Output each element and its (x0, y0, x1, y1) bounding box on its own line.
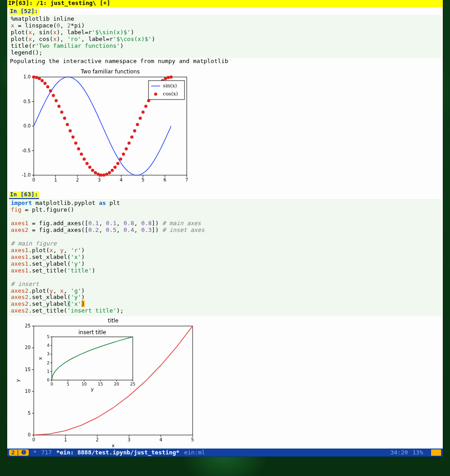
svg-point-58 (116, 162, 119, 165)
svg-rect-112 (52, 337, 133, 380)
svg-point-77 (170, 76, 173, 79)
svg-text:0: 0 (32, 437, 35, 442)
svg-text:4: 4 (120, 177, 122, 182)
svg-point-61 (125, 147, 128, 150)
svg-text:4: 4 (159, 437, 162, 442)
svg-text:10: 10 (81, 382, 87, 386)
svg-point-51 (97, 173, 100, 176)
svg-point-36 (54, 99, 58, 102)
svg-point-29 (35, 76, 38, 79)
svg-text:3: 3 (98, 177, 101, 182)
svg-point-81 (154, 93, 158, 96)
modeline: 2|❶ * 717 *ein: 8888/test.ipynb/just_tes… (7, 449, 443, 457)
svg-text:0: 0 (50, 382, 53, 386)
svg-point-67 (141, 111, 144, 114)
cell-52-stdout: Populating the interactive namespace fro… (7, 58, 443, 67)
svg-text:y: y (91, 386, 94, 392)
svg-text:3: 3 (47, 352, 50, 357)
cell-52-code[interactable]: %matplotlib inline x = linspace(0, 2*pi)… (8, 15, 442, 58)
svg-point-28 (32, 76, 36, 79)
svg-text:1: 1 (47, 369, 50, 374)
svg-text:15: 15 (25, 367, 31, 372)
svg-text:0: 0 (28, 432, 31, 437)
svg-point-55 (108, 171, 111, 174)
svg-point-53 (102, 174, 105, 177)
svg-point-52 (99, 174, 103, 177)
svg-text:6: 6 (163, 177, 166, 182)
svg-text:5: 5 (28, 411, 31, 416)
cell-63-code[interactable]: import matplotlib.pyplot as plt fig = pl… (8, 199, 442, 316)
svg-point-46 (83, 158, 86, 161)
svg-point-44 (77, 147, 80, 150)
svg-text:20: 20 (114, 382, 119, 386)
svg-text:3: 3 (128, 437, 130, 442)
svg-point-32 (43, 82, 46, 85)
modeline-linecount: 717 (41, 449, 51, 456)
svg-text:25: 25 (25, 323, 31, 328)
chart-two-familiar-functions: Two familiar functions01234567-1.0-0.50.… (9, 68, 189, 186)
svg-text:x: x (112, 443, 115, 448)
svg-text:2: 2 (76, 177, 79, 182)
svg-point-60 (122, 153, 125, 156)
chart-main-with-inset: title0123450510152025xyinsert title05101… (9, 317, 198, 449)
modeline-badge: 2|❶ (9, 449, 29, 456)
svg-point-37 (58, 105, 61, 108)
cell-in-52-label: In [52]: (9, 8, 39, 15)
modeline-position: 34:20 (390, 449, 408, 456)
svg-point-39 (63, 117, 66, 120)
svg-point-30 (38, 77, 41, 81)
svg-point-48 (88, 166, 91, 169)
svg-text:Two familiar functions: Two familiar functions (81, 68, 140, 75)
svg-point-68 (144, 105, 148, 108)
svg-point-64 (133, 129, 136, 132)
svg-point-56 (111, 169, 114, 172)
svg-text:-0.5: -0.5 (22, 148, 31, 153)
svg-text:insert title: insert title (78, 329, 106, 335)
svg-point-54 (105, 173, 108, 176)
svg-point-41 (68, 129, 72, 132)
svg-text:title: title (108, 317, 118, 324)
svg-point-50 (94, 171, 97, 174)
svg-text:0.0: 0.0 (23, 123, 31, 128)
svg-text:5: 5 (47, 335, 50, 339)
modeline-mode: ein:ml (184, 449, 205, 456)
svg-text:4: 4 (47, 343, 50, 348)
svg-point-59 (119, 158, 122, 161)
svg-point-47 (86, 162, 89, 165)
svg-text:2: 2 (96, 437, 99, 442)
svg-text:x: x (37, 357, 43, 360)
modeline-percent: 13% (413, 449, 423, 456)
cell-in-63-label: In [63]: (9, 191, 39, 199)
svg-text:cos(x): cos(x) (163, 91, 178, 97)
svg-point-31 (40, 79, 44, 82)
svg-text:7: 7 (185, 177, 188, 182)
svg-text:y: y (15, 379, 21, 382)
modeline-buffer-name: *ein: 8888/test.ipynb/just_testing* (56, 449, 180, 456)
svg-point-45 (80, 153, 83, 156)
svg-text:20: 20 (25, 345, 31, 350)
svg-text:5: 5 (67, 382, 69, 386)
svg-point-57 (113, 166, 117, 169)
svg-point-66 (139, 117, 142, 120)
svg-text:0: 0 (47, 378, 50, 382)
svg-point-75 (164, 77, 167, 81)
emacs-frame[interactable]: IP[63]: /1: just_testing\ [+] In [52]: %… (7, 0, 443, 457)
svg-text:-1.0: -1.0 (22, 172, 31, 177)
svg-text:5: 5 (142, 177, 144, 182)
svg-text:1: 1 (54, 177, 57, 182)
svg-point-33 (46, 86, 50, 89)
buffer-content[interactable]: In [52]: %matplotlib inline x = linspace… (7, 7, 443, 449)
svg-text:15: 15 (98, 382, 103, 386)
svg-point-43 (74, 142, 77, 145)
svg-point-40 (66, 123, 69, 126)
svg-text:1: 1 (64, 437, 67, 442)
modeline-endcap (431, 449, 441, 456)
svg-text:5: 5 (191, 437, 194, 442)
svg-point-76 (166, 76, 170, 79)
svg-point-34 (49, 90, 52, 93)
svg-point-62 (127, 142, 130, 145)
svg-text:sin(x): sin(x) (163, 83, 177, 89)
svg-text:25: 25 (130, 382, 135, 386)
modeline-star: * (33, 449, 37, 456)
svg-point-42 (72, 136, 75, 139)
